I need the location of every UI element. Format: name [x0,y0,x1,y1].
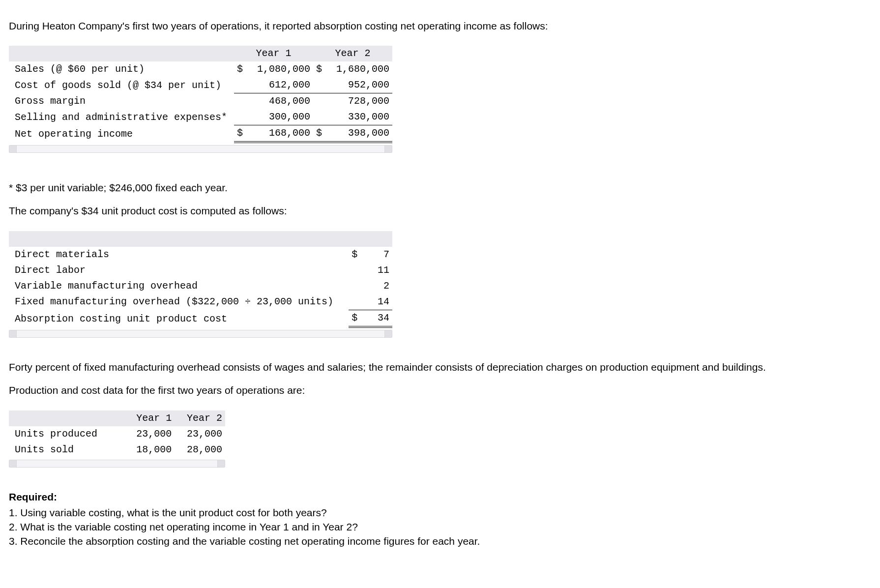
table-cell-value: 11 [364,263,392,278]
currency-symbol: $ [349,310,364,327]
table-cell-value: 2 [364,278,392,294]
table-scrollbar[interactable] [9,460,225,468]
table-row-label: Direct materials [9,247,349,263]
required-item: 2. What is the variable costing net oper… [9,520,871,534]
currency-symbol: $ [313,61,331,77]
table-row-label: Selling and administrative expenses* [9,109,234,125]
table-cell-value: 23,000 [124,426,175,442]
currency-symbol [234,93,252,110]
table-cell-value: 1,080,000 [252,61,313,77]
table-row-label: Units sold [9,442,124,458]
table-row-label: Net operating income [9,125,234,143]
table-row-label: Sales (@ $60 per unit) [9,61,234,77]
production-intro-paragraph: Production and cost data for the first t… [9,383,869,397]
currency-symbol: $ [234,61,252,77]
table-scrollbar[interactable] [9,145,392,153]
table-cell-value: 612,000 [252,77,313,93]
currency-symbol [349,294,364,310]
currency-symbol: $ [349,247,364,263]
table-cell-value: 300,000 [252,109,313,125]
income-header-year2: Year 2 [313,46,392,61]
table-cell-value: 468,000 [252,93,313,110]
table-row-label: Absorption costing unit product cost [9,310,349,327]
currency-symbol [313,77,331,93]
footnote-text: * $3 per unit variable; $246,000 fixed e… [9,180,869,195]
table-row-label: Variable manufacturing overhead [9,278,349,294]
currency-symbol [313,93,331,110]
table-cell-value: 168,000 [252,125,313,143]
currency-symbol [349,278,364,294]
table-cell-value: 952,000 [331,77,392,93]
table-cell-value: 728,000 [331,93,392,110]
intro-paragraph: During Heaton Company's first two years … [9,19,869,33]
currency-symbol: $ [234,125,252,143]
currency-symbol [349,263,364,278]
body-paragraph-2: Forty percent of fixed manufacturing ove… [9,360,869,374]
cost-table: Direct materials$7Direct labor11Variable… [9,231,392,338]
table-cell-value: 330,000 [331,109,392,125]
production-table: Year 1 Year 2 Units produced23,00023,000… [9,411,225,468]
table-row-label: Units produced [9,426,124,442]
table-row-label: Cost of goods sold (@ $34 per unit) [9,77,234,93]
currency-symbol [234,77,252,93]
income-table: Year 1 Year 2 Sales (@ $60 per unit)$1,0… [9,46,392,153]
required-item: 3. Reconcile the absorption costing and … [9,534,871,548]
prod-header-year2: Year 2 [175,411,225,426]
currency-symbol [234,109,252,125]
currency-symbol: $ [313,125,331,143]
currency-symbol [313,109,331,125]
prod-header-year1: Year 1 [124,411,175,426]
table-row-label: Fixed manufacturing overhead ($322,000 ÷… [9,294,349,310]
table-cell-value: 18,000 [124,442,175,458]
table-scrollbar[interactable] [9,330,392,338]
income-header-year1: Year 1 [234,46,313,61]
cost-intro-paragraph: The company's $34 unit product cost is c… [9,204,869,218]
table-cell-value: 7 [364,247,392,263]
table-row-label: Direct labor [9,263,349,278]
table-cell-value: 28,000 [175,442,225,458]
table-cell-value: 23,000 [175,426,225,442]
table-row-label: Gross margin [9,93,234,110]
table-cell-value: 14 [364,294,392,310]
table-cell-value: 34 [364,310,392,327]
required-item: 1. Using variable costing, what is the u… [9,505,871,520]
required-heading: Required: [9,490,869,504]
table-cell-value: 1,680,000 [331,61,392,77]
table-cell-value: 398,000 [331,125,392,143]
